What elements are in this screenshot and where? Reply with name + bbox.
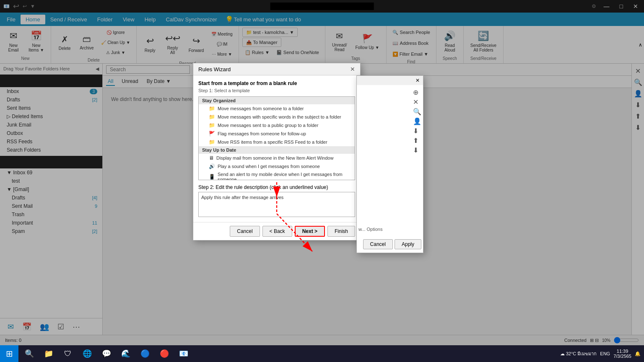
next-button[interactable]: Next > [295,226,325,237]
dialog2-apply[interactable]: Apply [395,239,421,249]
rule-list: Stay Organized 📁 Move messages from some… [198,96,355,180]
small-search-icon[interactable]: 🔍 [413,108,421,116]
stay-organized-header: Stay Organized [199,97,355,104]
taskbar-files[interactable]: 📁 [39,345,58,362]
dialog2-cancel[interactable]: Cancel [363,239,393,249]
taskbar-lang: ENG [600,351,610,356]
dialog-title: Rules Wizard [198,66,231,72]
small-up-icon[interactable]: ⬆ [413,137,421,145]
taskbar-right: ☁ 32°C มีเมฆมาก ENG 11:39 7/3/2565 🔔 [557,349,644,359]
rule-move-public-group[interactable]: 📁 Move messages sent to a public group t… [199,121,355,129]
rss-icon: 📁 [209,139,215,145]
rules-wizard-dialog: Rules Wizard ✕ Start from a template or … [193,63,361,240]
stay-up-to-date-header: Stay Up to Date [199,146,355,154]
small-down-icon[interactable]: ⬇ [413,146,421,154]
folder-icon: 📁 [209,106,215,111]
small-dialog-content: ⊕ ✕ 🔍 👤 ⬇ ⬆ ⬇ w... Options Cancel Apply [357,85,423,253]
small-download-icon[interactable]: ⬇ [413,127,421,135]
dialog-close-button[interactable]: ✕ [350,66,355,72]
dialog-intro: Start from a template or from a blank ru… [198,80,355,86]
taskbar-line[interactable]: 💬 [97,345,116,362]
small-dialog-icons: ⊕ ✕ 🔍 👤 ⬇ ⬆ ⬇ [413,88,421,154]
cancel-button[interactable]: Cancel [230,226,260,237]
small-dialog-close[interactable]: ✕ [415,78,420,83]
taskbar-shield[interactable]: 🛡 [59,345,77,362]
taskbar-search[interactable]: 🔍 [20,345,39,362]
rule-move-specific-words[interactable]: 📁 Move messages with specific words in t… [199,113,355,121]
small-close-icon[interactable]: ✕ [413,98,421,106]
rule-move-from-someone[interactable]: 📁 Move messages from someone to a folder [199,104,355,113]
date-display: 7/3/2565 [613,354,631,359]
taskbar-chrome-blue[interactable]: 🌊 [117,345,135,362]
taskbar-edge[interactable]: 🌐 [78,345,96,362]
step2-label: Step 2: Edit the rule description (click… [198,184,355,190]
small-dialog-title: ✕ [357,76,423,85]
taskbar: ⊞ 🔍 📁 🛡 🌐 💬 🌊 🔵 🔴 📧 ☁ 32°C มีเมฆมาก ENG … [0,345,644,362]
dialog-title-bar: Rules Wizard ✕ [193,63,360,75]
display-icon: 🖥 [209,155,214,161]
rule-display-mail[interactable]: 🖥 Display mail from someone in the New I… [199,154,355,162]
small-dialog: ✕ ⊕ ✕ 🔍 👤 ⬇ ⬆ ⬇ w... Options Cancel Appl… [356,75,423,253]
taskbar-time: 11:39 7/3/2565 [613,349,631,359]
dialog2-footer: Cancel Apply [363,239,421,249]
time-display: 11:39 [613,349,631,354]
options-area: w... Options [358,227,421,232]
step2-box: Apply this rule after the message arrive… [198,192,355,217]
folder3-icon: 📁 [209,122,215,128]
finish-button[interactable]: Finish [327,226,355,237]
notification-icon[interactable]: 🔔 [635,351,641,357]
start-button[interactable]: ⊞ [0,345,18,362]
options-icon[interactable]: ⊕ [413,88,421,96]
rule-flag-messages[interactable]: 🚩 Flag messages from someone for follow-… [199,129,355,138]
rule-send-alert[interactable]: 📱 Send an alert to my mobile device when… [199,171,355,180]
step1-label: Step 1: Select a template [198,88,355,93]
back-button[interactable]: < Back [262,226,292,237]
taskbar-outlook[interactable]: 📧 [174,345,193,362]
sound-icon: 🔊 [209,163,215,169]
rule-play-sound[interactable]: 🔊 Play a sound when I get messages from … [199,162,355,171]
dialog-overlay: Rules Wizard ✕ Start from a template or … [0,0,644,362]
taskbar-app-red[interactable]: 🔴 [155,345,174,362]
taskbar-weather: ☁ 32°C มีเมฆมาก [560,350,597,357]
mobile-icon: 📱 [209,174,215,180]
dialog-footer: Cancel < Back Next > Finish [193,222,360,240]
small-person-icon[interactable]: 👤 [413,117,421,125]
rule-rss-feed[interactable]: 📁 Move RSS items from a specific RSS Fee… [199,138,355,146]
taskbar-chrome[interactable]: 🔵 [136,345,154,362]
options-text: w... Options [358,227,421,232]
flag-icon: 🚩 [209,131,215,137]
dialog-step2: Step 2: Edit the rule description (click… [198,184,355,217]
taskbar-icons: 🔍 📁 🛡 🌐 💬 🌊 🔵 🔴 📧 [18,345,195,362]
dialog-content: Start from a template or from a blank ru… [193,75,360,222]
folder2-icon: 📁 [209,114,215,120]
